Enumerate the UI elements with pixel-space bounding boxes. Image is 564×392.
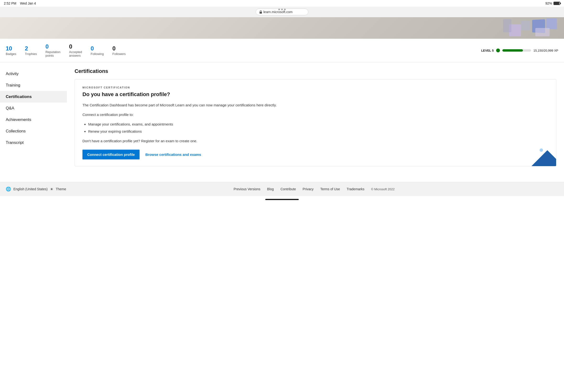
stats-bar: 10 Badges 2 Trophies 0 Reputationpoints … xyxy=(0,39,564,62)
stat-accepted: 0 Acceptedanswers xyxy=(69,43,82,57)
level-label: LEVEL 5 xyxy=(481,49,494,52)
footer-link-contribute[interactable]: Contribute xyxy=(281,187,296,191)
footer-copyright: © Microsoft 2022 xyxy=(371,187,395,191)
stat-accepted-value: 0 xyxy=(69,43,72,50)
page-title: Certifications xyxy=(75,68,556,74)
sidebar-item-certifications[interactable]: Certifications xyxy=(0,91,67,102)
footer-language[interactable]: English (United States) xyxy=(14,187,48,191)
cert-deco-block xyxy=(523,150,556,166)
stat-badges-label: Badges xyxy=(6,52,16,56)
content-area: Certifications MICROSOFT CERTIFICATION D… xyxy=(67,62,564,182)
cert-heading: Do you have a certification profile? xyxy=(83,91,549,98)
status-time-date: 2:52 PM Wed Jan 4 xyxy=(4,1,36,5)
xp-label: 15,150/20,999 XP xyxy=(533,49,558,52)
sidebar-item-activity[interactable]: Activity xyxy=(0,68,67,80)
status-bar: 2:52 PM Wed Jan 4 92% xyxy=(0,0,564,7)
stat-reputation-value: 0 xyxy=(45,43,49,50)
footer-link-trademarks[interactable]: Trademarks xyxy=(347,187,364,191)
status-right: 92% xyxy=(545,1,560,5)
stat-followers: 0 Followers xyxy=(112,45,126,56)
cert-bullets: Manage your certifications, exams, and a… xyxy=(83,121,549,134)
footer-theme-label[interactable]: Theme xyxy=(56,187,66,191)
footer: 🌐 English (United States) ☀ Theme Previo… xyxy=(0,182,564,196)
stat-followers-value: 0 xyxy=(112,45,115,52)
stat-trophies: 2 Trophies xyxy=(25,45,37,56)
sun-icon: ☀ xyxy=(50,187,53,192)
cert-connect-label: Connect a certification profile to: xyxy=(83,112,549,118)
footer-link-blog[interactable]: Blog xyxy=(267,187,274,191)
sidebar-item-transcript[interactable]: Transcript xyxy=(0,137,67,148)
cert-bullet-2: Renew your expiring certifications xyxy=(88,129,549,134)
footer-link-terms[interactable]: Terms of Use xyxy=(320,187,340,191)
dot-3 xyxy=(284,9,286,10)
home-indicator-container xyxy=(0,196,564,201)
globe-icon: 🌐 xyxy=(6,186,11,192)
cert-body1: The Certification Dashboard has become p… xyxy=(83,102,549,108)
stat-trophies-label: Trophies xyxy=(25,52,37,56)
cert-subtitle: MICROSOFT CERTIFICATION xyxy=(83,86,549,89)
sidebar: Activity Training Certifications Q&A Ach… xyxy=(0,62,67,182)
battery-percent: 92% xyxy=(545,1,552,5)
cert-body2: Don't have a certification profile yet? … xyxy=(83,138,549,144)
sidebar-item-achievements[interactable]: Achievements xyxy=(0,114,67,126)
stat-following-label: Following xyxy=(91,52,104,56)
hero-banner xyxy=(0,17,564,39)
connect-cert-button[interactable]: Connect certification profile xyxy=(83,150,139,159)
sidebar-item-qa[interactable]: Q&A xyxy=(0,102,67,114)
stat-reputation: 0 Reputationpoints xyxy=(45,43,60,57)
lock-icon xyxy=(259,10,262,14)
browser-dots xyxy=(278,9,286,10)
stat-badges: 10 Badges xyxy=(6,45,16,56)
sidebar-item-training[interactable]: Training xyxy=(0,80,67,91)
cert-buttons: Connect certification profile Browse cer… xyxy=(83,150,549,159)
main-content: Activity Training Certifications Q&A Ach… xyxy=(0,62,564,182)
stat-trophies-value: 2 xyxy=(25,45,28,52)
sidebar-item-collections[interactable]: Collections xyxy=(0,126,67,137)
stat-following: 0 Following xyxy=(91,45,104,56)
stat-following-value: 0 xyxy=(91,45,94,52)
status-time: 2:52 PM xyxy=(4,1,16,5)
level-dot-icon xyxy=(496,49,500,52)
dot-1 xyxy=(278,9,280,10)
xp-progress-fill xyxy=(502,49,523,52)
browser-header: learn.microsoft.com xyxy=(0,7,564,17)
url-text: learn.microsoft.com xyxy=(263,10,292,14)
status-date: Wed Jan 4 xyxy=(20,1,36,5)
dot-2 xyxy=(281,9,283,10)
stat-followers-label: Followers xyxy=(112,52,126,56)
certification-card: MICROSOFT CERTIFICATION Do you have a ce… xyxy=(75,79,556,166)
stat-badges-value: 10 xyxy=(6,45,12,52)
battery-fill xyxy=(554,2,559,4)
battery-icon xyxy=(553,2,560,5)
svg-rect-0 xyxy=(260,12,262,14)
level-section: LEVEL 5 15,150/20,999 XP xyxy=(481,49,558,52)
footer-link-previous-versions[interactable]: Previous Versions xyxy=(234,187,261,191)
cert-bullet-1: Manage your certifications, exams, and a… xyxy=(88,121,549,127)
cert-deco-dot xyxy=(540,148,543,152)
stat-accepted-label: Acceptedanswers xyxy=(69,50,82,57)
cert-decoration xyxy=(523,133,556,166)
browse-certs-link[interactable]: Browse certifications and exams xyxy=(145,153,201,156)
xp-progress-bar xyxy=(502,49,531,52)
stat-reputation-label: Reputationpoints xyxy=(45,50,60,57)
hero-shapes xyxy=(226,17,564,39)
home-indicator xyxy=(265,199,299,200)
footer-link-privacy[interactable]: Privacy xyxy=(303,187,314,191)
footer-left: 🌐 English (United States) ☀ Theme xyxy=(6,186,66,192)
footer-links: Previous Versions Blog Contribute Privac… xyxy=(70,187,558,191)
